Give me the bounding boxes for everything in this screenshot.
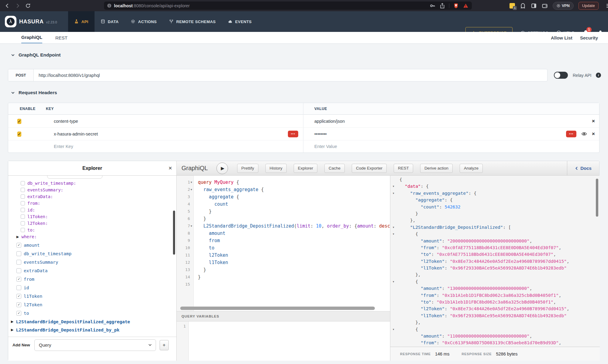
- nav-tab-api[interactable]: API: [68, 11, 95, 32]
- expand-arrow-icon[interactable]: ▶: [16, 235, 19, 239]
- site-info-icon[interactable]: i: [107, 3, 112, 8]
- explorer-item-to[interactable]: to:: [21, 227, 35, 233]
- fold-icon[interactable]: ▾: [393, 231, 394, 237]
- explorer-item-extraData[interactable]: extraData: [16, 266, 48, 275]
- explorer-item-to[interactable]: ✓to: [16, 309, 29, 318]
- query-editor[interactable]: 1▾query MyQuery {2▾ raw_events_aggregate…: [177, 176, 390, 311]
- vpn-button[interactable]: VPN: [553, 2, 574, 10]
- explorer-item-id[interactable]: id:: [21, 207, 35, 213]
- checkbox[interactable]: [21, 194, 25, 199]
- history-button[interactable]: History: [265, 164, 287, 173]
- relay-info-icon[interactable]: i: [596, 73, 601, 78]
- explorer-item-L2StandardBridge_DepositFinalized_by_pk[interactable]: ▶L2StandardBridge_DepositFinalized_by_pk: [11, 326, 119, 334]
- update-button[interactable]: Update: [579, 2, 599, 10]
- env-var-badge[interactable]: •••: [566, 131, 576, 137]
- hasura-logo[interactable]: λ: [5, 16, 16, 27]
- relay-api-toggle[interactable]: [554, 72, 568, 79]
- checkbox[interactable]: ✓: [16, 277, 21, 282]
- request-headers-section-header[interactable]: Request Headers: [11, 90, 57, 95]
- nav-tab-actions[interactable]: ACTIONS: [125, 11, 163, 32]
- explorer-item-db_write_timestamp[interactable]: db_write_timestamp:: [21, 180, 76, 187]
- fold-icon[interactable]: ▾: [191, 179, 192, 186]
- explorer-item-from[interactable]: from:: [21, 200, 40, 207]
- checkbox[interactable]: [21, 215, 25, 219]
- graphql-endpoint-section-header[interactable]: GraphQL Endpoint: [11, 52, 60, 58]
- enable-checkbox[interactable]: ✓: [17, 132, 21, 137]
- explorer-item-id[interactable]: id: [16, 283, 29, 292]
- fold-icon[interactable]: ▾: [393, 183, 394, 190]
- fold-icon[interactable]: ▾: [191, 222, 192, 230]
- checkbox[interactable]: ✓: [16, 302, 21, 307]
- checkbox[interactable]: [21, 181, 25, 185]
- explorer-item-L2StandardBridge_DepositFinalized_aggregate[interactable]: ▶L2StandardBridge_DepositFinalized_aggre…: [11, 318, 130, 326]
- warning-triangle-icon[interactable]: [463, 3, 469, 9]
- nav-tab-data[interactable]: DATA: [95, 11, 125, 32]
- new-header-key-input[interactable]: Enter Key: [54, 144, 73, 149]
- notes-extension-icon[interactable]: 1: [510, 3, 515, 9]
- execute-query-button[interactable]: ▶: [216, 163, 228, 174]
- editor-horizontal-scrollbar[interactable]: [180, 307, 386, 310]
- checkbox[interactable]: ✓: [16, 311, 21, 316]
- header-key[interactable]: x-hasura-admin-secret: [54, 132, 98, 136]
- prettify-button[interactable]: Prettify: [237, 164, 258, 173]
- explorer-item-eventsSummary[interactable]: eventsSummary: [16, 258, 58, 266]
- env-var-badge[interactable]: •••: [288, 131, 298, 137]
- checkbox[interactable]: [21, 188, 25, 192]
- tab-rest[interactable]: REST: [55, 32, 67, 43]
- expand-arrow-icon[interactable]: ▶: [11, 320, 13, 324]
- sidebar-extension-icon[interactable]: [531, 3, 537, 9]
- add-operation-button[interactable]: +: [160, 340, 169, 350]
- expand-arrow-icon[interactable]: ▶: [11, 328, 13, 332]
- explorer-button[interactable]: Explorer: [294, 164, 317, 173]
- tab-graphiql[interactable]: GraphiQL: [21, 32, 42, 43]
- forward-icon[interactable]: [15, 3, 21, 9]
- checkbox[interactable]: [21, 228, 25, 232]
- url-bar[interactable]: i localhost:8080/console/api/api-explore…: [104, 2, 472, 10]
- docs-button[interactable]: Docs: [567, 161, 599, 175]
- analyze-button[interactable]: Analyze: [460, 164, 483, 173]
- wallet-extension-icon[interactable]: [542, 3, 548, 9]
- query-variables-editor[interactable]: 1: [177, 321, 390, 361]
- reveal-value-icon[interactable]: [581, 131, 587, 137]
- checkbox[interactable]: [21, 201, 25, 205]
- rest-button[interactable]: REST: [394, 164, 413, 173]
- derive-action-button[interactable]: Derive action: [420, 164, 453, 173]
- header-key[interactable]: content-type: [54, 119, 78, 124]
- remove-header-icon[interactable]: ×: [592, 118, 595, 124]
- new-header-value-input[interactable]: Enter Value: [314, 144, 337, 149]
- endpoint-url-input[interactable]: http://localhost:8080/v1/graphql: [39, 73, 100, 78]
- key-icon[interactable]: [430, 3, 436, 9]
- browser-menu-icon[interactable]: [606, 4, 608, 8]
- fold-icon[interactable]: ▾: [191, 186, 192, 193]
- checkbox[interactable]: [16, 268, 21, 273]
- remove-header-icon[interactable]: ×: [592, 131, 595, 136]
- nav-tab-events[interactable]: EVENTS: [222, 11, 258, 32]
- explorer-item-l1Token[interactable]: l1Token:: [21, 213, 48, 220]
- query-variables-header[interactable]: QUERY VARIABLES: [177, 311, 390, 321]
- checkbox[interactable]: [16, 285, 21, 290]
- checkbox[interactable]: ✓: [16, 243, 21, 248]
- fold-icon[interactable]: ▾: [393, 224, 394, 231]
- nav-tab-remote-schemas[interactable]: REMOTE SCHEMAS: [163, 11, 222, 32]
- share-icon[interactable]: [439, 3, 445, 9]
- explorer-item-l2Token[interactable]: ✓l2Token: [16, 300, 42, 309]
- brave-shield-icon[interactable]: [453, 3, 459, 9]
- explorer-item-db_write_timestamp[interactable]: db_write_timestamp: [16, 249, 71, 258]
- checkbox[interactable]: [16, 260, 21, 265]
- explorer-item-amount[interactable]: ✓amount: [16, 241, 40, 249]
- tab-security[interactable]: Security: [580, 32, 598, 43]
- header-value[interactable]: application/json: [314, 119, 345, 124]
- checkbox[interactable]: [21, 221, 25, 225]
- close-explorer-icon[interactable]: ×: [168, 165, 172, 172]
- enable-checkbox[interactable]: ✓: [17, 119, 21, 124]
- add-new-select[interactable]: Query: [34, 339, 156, 351]
- response-scrollbar[interactable]: [596, 179, 598, 217]
- checkbox[interactable]: [21, 208, 25, 212]
- fold-icon[interactable]: ▾: [393, 326, 394, 333]
- explorer-field-list[interactable]: db_write_timestamp:eventsSummary:extraDa…: [8, 176, 176, 337]
- explorer-item-eventsSummary[interactable]: eventsSummary:: [21, 187, 63, 193]
- header-value[interactable]: ••••••••: [314, 132, 327, 136]
- explorer-scrollbar[interactable]: [173, 211, 175, 255]
- explorer-item-extraData[interactable]: extraData:: [21, 193, 53, 200]
- explorer-item-from[interactable]: ✓from: [16, 275, 34, 283]
